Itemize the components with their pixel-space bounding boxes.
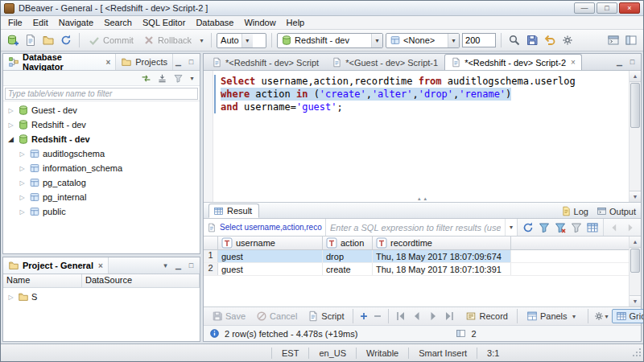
cell-recordtime[interactable]: Thu, 18 May 2017 18:07:10:391: [373, 263, 511, 275]
expanded-arrow-icon[interactable]: ◢: [6, 135, 15, 143]
first-row-button[interactable]: [394, 309, 408, 323]
column-header-username[interactable]: username: [218, 237, 323, 249]
configure-filter-button[interactable]: [171, 72, 185, 85]
chevron-down-icon[interactable]: ▾: [448, 34, 459, 47]
menu-help[interactable]: Help: [282, 17, 310, 28]
connection-combo[interactable]: Redshift - dev ▾: [277, 33, 383, 48]
result-tab[interactable]: Result: [208, 204, 259, 218]
filter-history-icon[interactable]: ▾: [505, 219, 517, 236]
presentation-settings-button[interactable]: ▾: [593, 308, 609, 324]
refresh-results-button[interactable]: [521, 220, 535, 235]
editor-tab-redshift-dev-script-2[interactable]: *<Redshift - dev> Script-2×: [444, 54, 582, 70]
chevron-down-icon[interactable]: ▾: [242, 34, 253, 47]
editor-scrollbar[interactable]: ▲ ▼: [629, 71, 641, 202]
filter-clear-button[interactable]: [553, 220, 568, 235]
editor-tab-guest-dev-script-1[interactable]: *<Guest - dev> Script-1: [325, 54, 444, 70]
rollback-button[interactable]: Rollback: [139, 33, 195, 47]
sql-editor[interactable]: Select username,action,recordtime from a…: [204, 71, 641, 203]
close-tab-icon[interactable]: ×: [571, 58, 576, 67]
minimize-view-icon[interactable]: ▁: [173, 261, 184, 271]
grid-view-button[interactable]: Grid: [612, 309, 644, 323]
result-row-2[interactable]: 2guestcreateThu, 18 May 2017 18:07:10:39…: [204, 263, 641, 276]
last-row-button[interactable]: [442, 309, 456, 323]
tree-item-pg-catalog[interactable]: ▷pg_catalog: [3, 175, 200, 190]
next-row-button[interactable]: [426, 309, 440, 323]
scrollbar-thumb[interactable]: [630, 83, 640, 128]
new-connection-button[interactable]: [5, 32, 21, 48]
tree-item-pg-internal[interactable]: ▷pg_internal: [3, 190, 200, 204]
back-button[interactable]: [607, 220, 621, 235]
menu-sql-editor[interactable]: SQL Editor: [138, 17, 190, 28]
active-query-box[interactable]: Select username,action,recordtim: [204, 219, 326, 236]
filter-save-button[interactable]: [569, 220, 584, 235]
schema-combo[interactable]: <None> ▾: [386, 33, 460, 48]
output-button[interactable]: Output: [597, 206, 636, 216]
fetch-size-input[interactable]: [462, 33, 496, 47]
menu-search[interactable]: Search: [99, 17, 137, 28]
open-connection-button[interactable]: [40, 32, 56, 48]
filter-apply-button[interactable]: [537, 220, 551, 235]
minimize-view-icon[interactable]: ▁: [173, 57, 184, 68]
column-header-action[interactable]: action: [323, 237, 373, 249]
column-header-datasource[interactable]: DataSource: [82, 274, 200, 287]
collapsed-arrow-icon[interactable]: ▷: [18, 194, 27, 201]
editor-tab-redshift-dev-script[interactable]: *<Redshift - dev> Script: [205, 54, 325, 70]
tree-item-auditlogschema[interactable]: ▷auditlogschema: [3, 146, 200, 161]
minimize-editor-icon[interactable]: ▁: [614, 57, 625, 68]
maximize-button[interactable]: □: [597, 2, 617, 14]
script-button[interactable]: Script: [303, 309, 348, 323]
tab-projects[interactable]: Projects: [116, 54, 173, 70]
menu-navigate[interactable]: Navigate: [54, 17, 98, 28]
save-button[interactable]: [524, 32, 540, 48]
result-row-1[interactable]: 1guestdropThu, 18 May 2017 18:07:09:674: [204, 250, 641, 263]
view-menu-icon[interactable]: ▾: [188, 75, 196, 82]
grid-scrollbar[interactable]: ▲ ▼: [629, 237, 641, 306]
tx-mode-combo[interactable]: Auto ▾: [217, 33, 266, 48]
log-button[interactable]: Log: [561, 206, 588, 216]
collapse-all-button[interactable]: [155, 72, 169, 85]
collapsed-arrow-icon[interactable]: ▷: [6, 121, 15, 129]
tree-item-public[interactable]: ▷public: [3, 204, 200, 219]
column-header-recordtime[interactable]: recordtime: [373, 237, 511, 249]
cell-username[interactable]: guest: [218, 250, 323, 262]
scroll-up-icon[interactable]: ▲: [630, 71, 641, 82]
undo-button[interactable]: [542, 32, 558, 48]
cell-username[interactable]: guest: [218, 263, 323, 275]
collapsed-arrow-icon[interactable]: ▷: [18, 179, 27, 187]
tab-project-general[interactable]: Project - General ×: [3, 257, 109, 274]
commit-button[interactable]: Commit: [85, 33, 137, 47]
menu-edit[interactable]: Edit: [28, 17, 53, 28]
minimize-button[interactable]: —: [574, 2, 595, 14]
synchronize-button[interactable]: [58, 32, 74, 48]
tree-item-guest-dev[interactable]: ▷Guest - dev: [3, 103, 200, 117]
delete-row-button[interactable]: [372, 308, 383, 324]
cell-recordtime[interactable]: Thu, 18 May 2017 18:07:09:674: [373, 250, 511, 262]
forward-button[interactable]: [623, 220, 638, 235]
add-row-button[interactable]: [358, 308, 369, 324]
close-view-icon[interactable]: ×: [105, 58, 110, 67]
cell-action[interactable]: drop: [323, 250, 373, 262]
tree-item-information-schema[interactable]: ▷information_schema: [3, 161, 200, 175]
collapsed-arrow-icon[interactable]: ▷: [18, 150, 27, 158]
menu-window[interactable]: Window: [239, 17, 280, 28]
chevron-down-icon[interactable]: ▾: [371, 34, 382, 47]
maximize-view-icon[interactable]: □: [186, 261, 196, 271]
collapsed-arrow-icon[interactable]: ▷: [6, 294, 15, 301]
menu-database[interactable]: Database: [191, 17, 238, 28]
collapsed-arrow-icon[interactable]: ▷: [6, 107, 15, 114]
find-replace-button[interactable]: [506, 32, 522, 48]
panels-button[interactable]: Panels ▾: [522, 309, 583, 323]
sql-code[interactable]: Select username,action,recordtime from a…: [221, 75, 623, 113]
navigator-filter-input[interactable]: [5, 88, 198, 100]
tree-item-redshift-dev[interactable]: ◢Redshift - dev: [3, 132, 200, 146]
maximize-editor-icon[interactable]: □: [627, 57, 638, 68]
collapsed-arrow-icon[interactable]: ▷: [18, 165, 27, 172]
record-button[interactable]: Record: [461, 309, 511, 323]
project-item-s[interactable]: ▷S: [3, 290, 200, 304]
scroll-down-icon[interactable]: ▼: [630, 191, 641, 202]
cancel-button[interactable]: Cancel: [252, 309, 301, 323]
perspective-button[interactable]: [623, 32, 639, 48]
grid-options-button[interactable]: [585, 220, 600, 235]
scroll-up-icon[interactable]: ▲: [630, 237, 641, 248]
resize-grip-icon[interactable]: [632, 348, 643, 359]
